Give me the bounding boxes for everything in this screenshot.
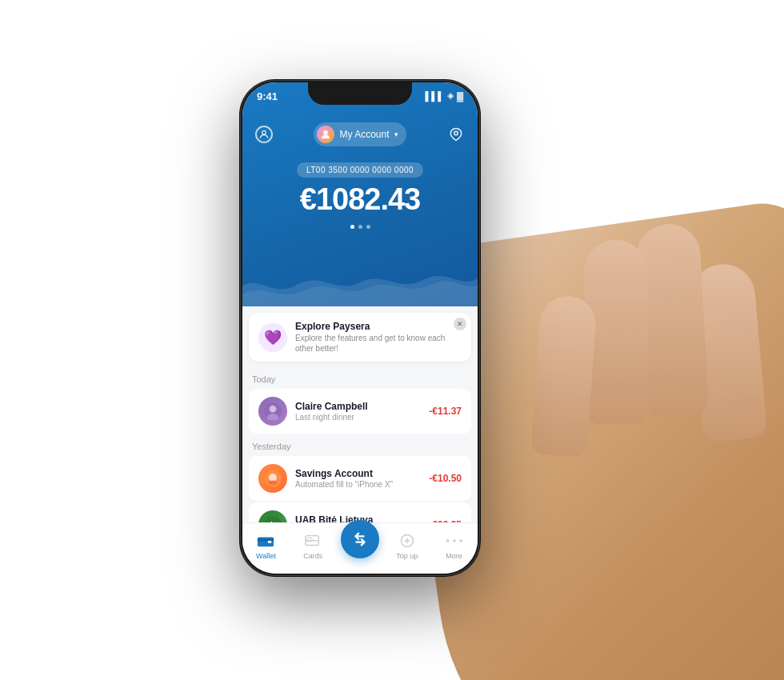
tab-topup[interactable]: Top up xyxy=(383,531,430,560)
section-today: Today xyxy=(242,368,478,387)
account-name: My Account xyxy=(339,129,389,140)
status-icons: ▌▌▌ ◈ ▓ xyxy=(426,90,463,101)
explore-banner: 💜 Explore Paysera Explore the features a… xyxy=(249,313,471,362)
tab-more[interactable]: More xyxy=(430,531,478,560)
svg-point-24 xyxy=(453,539,456,542)
explore-description: Explore the features and get to know eac… xyxy=(295,333,462,354)
phone-device: 9:41 ▌▌▌ ◈ ▓ xyxy=(240,80,480,576)
account-selector[interactable]: My Account ▾ xyxy=(314,122,406,146)
phone-screen: 9:41 ▌▌▌ ◈ ▓ xyxy=(242,82,478,574)
tx-info-savings: Savings Account Automated fill to "iPhon… xyxy=(295,468,421,489)
svg-rect-16 xyxy=(268,541,272,543)
transaction-claire[interactable]: Claire Campbell Last night dinner -€11.3… xyxy=(249,389,471,434)
iban-section: LT00 3500 0000 0000 0000 xyxy=(242,162,478,178)
tab-wallet[interactable]: Wallet xyxy=(242,531,290,560)
balance-amount: €1082.43 xyxy=(242,182,478,217)
tx-avatar-claire xyxy=(258,397,287,426)
section-yesterday: Yesterday xyxy=(242,435,478,454)
tab-transfer[interactable] xyxy=(337,533,384,558)
svg-point-0 xyxy=(262,130,266,134)
svg-rect-8 xyxy=(269,481,277,484)
more-icon xyxy=(445,531,464,550)
phone-notch xyxy=(308,82,412,105)
wave-decoration xyxy=(242,254,478,310)
iban-badge[interactable]: LT00 3500 0000 0000 0000 xyxy=(297,162,423,178)
transfer-button[interactable] xyxy=(341,520,379,558)
svg-point-4 xyxy=(270,406,277,413)
tab-cards[interactable]: Cards xyxy=(290,531,337,560)
tx-desc-claire: Last night dinner xyxy=(295,413,421,422)
dot-1[interactable] xyxy=(350,225,354,229)
dot-2[interactable] xyxy=(358,225,362,229)
cards-icon xyxy=(303,531,322,550)
signal-icon: ▌▌▌ xyxy=(426,91,444,101)
svg-rect-19 xyxy=(306,540,319,541)
tx-name-savings: Savings Account xyxy=(295,468,421,479)
explore-close-button[interactable]: ✕ xyxy=(454,318,466,330)
svg-point-25 xyxy=(459,539,462,542)
svg-point-7 xyxy=(269,474,277,482)
transaction-savings[interactable]: Savings Account Automated fill to "iPhon… xyxy=(249,456,471,501)
svg-point-2 xyxy=(454,131,458,135)
location-icon[interactable] xyxy=(447,126,465,143)
explore-text: Explore Paysera Explore the features and… xyxy=(295,321,462,354)
content-area: 💜 Explore Paysera Explore the features a… xyxy=(242,306,478,526)
explore-icon: 💜 xyxy=(258,323,287,352)
topup-icon xyxy=(398,531,417,550)
tab-more-label: More xyxy=(446,552,462,560)
tx-name-claire: Claire Campbell xyxy=(295,401,421,412)
tab-wallet-label: Wallet xyxy=(256,552,276,560)
account-avatar xyxy=(317,126,334,143)
wallet-icon xyxy=(256,531,275,550)
status-time: 9:41 xyxy=(257,90,278,102)
battery-icon: ▓ xyxy=(457,91,463,101)
balance-section: €1082.43 xyxy=(242,182,478,217)
tx-desc-savings: Automated fill to "iPhone X" xyxy=(295,480,421,489)
svg-point-1 xyxy=(324,130,329,135)
tx-info-claire: Claire Campbell Last night dinner xyxy=(295,401,421,422)
scene: 9:41 ▌▌▌ ◈ ▓ xyxy=(0,0,784,680)
tx-amount-savings: -€10.50 xyxy=(429,473,462,484)
tx-avatar-savings xyxy=(258,464,287,493)
profile-icon[interactable] xyxy=(255,126,273,143)
tab-cards-label: Cards xyxy=(303,552,322,560)
header-nav: My Account ▾ xyxy=(242,118,478,151)
dropdown-arrow-icon: ▾ xyxy=(394,130,398,138)
page-dots xyxy=(242,225,478,229)
explore-title: Explore Paysera xyxy=(295,321,462,332)
wifi-icon: ◈ xyxy=(447,90,454,101)
tx-amount-claire: -€11.37 xyxy=(429,406,462,417)
svg-point-23 xyxy=(446,539,449,542)
tab-bar: Wallet Cards xyxy=(242,522,478,574)
tab-topup-label: Top up xyxy=(396,552,418,560)
dot-3[interactable] xyxy=(366,225,370,229)
